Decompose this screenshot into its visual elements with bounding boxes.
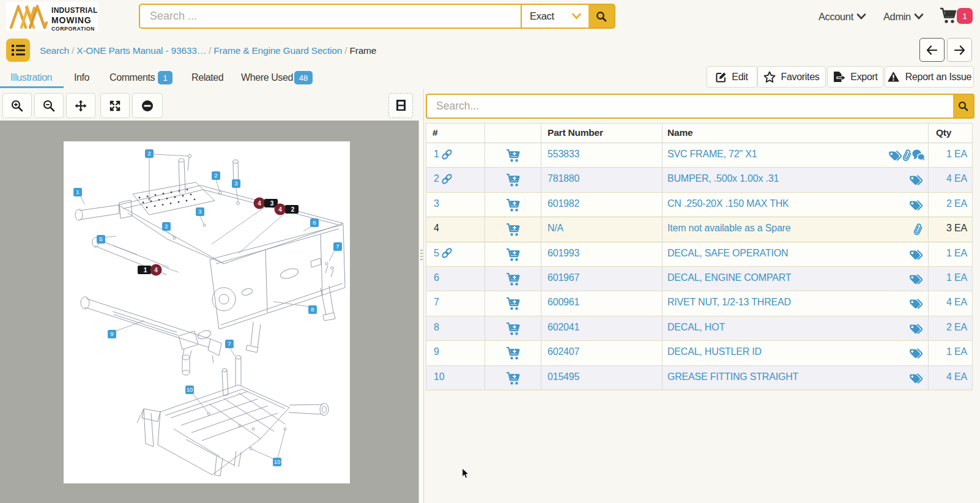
svg-text:6: 6 (313, 219, 316, 226)
svg-text:5: 5 (99, 236, 102, 242)
svg-text:3: 3 (270, 200, 274, 207)
svg-text:9: 9 (110, 330, 113, 337)
svg-text:8: 8 (311, 306, 314, 313)
svg-text:4: 4 (258, 200, 261, 207)
svg-text:1: 1 (76, 188, 79, 195)
svg-text:7: 7 (228, 340, 231, 347)
svg-text:10: 10 (274, 458, 281, 465)
svg-text:4: 4 (154, 267, 158, 274)
svg-text:2: 2 (291, 206, 295, 213)
svg-text:10: 10 (187, 386, 193, 393)
svg-text:2: 2 (165, 223, 168, 229)
svg-text:3: 3 (234, 180, 237, 187)
svg-text:2: 2 (214, 172, 217, 179)
svg-text:2: 2 (147, 150, 150, 157)
svg-text:7: 7 (336, 243, 339, 250)
svg-text:1: 1 (144, 267, 147, 274)
svg-text:3: 3 (198, 208, 201, 215)
svg-text:4: 4 (278, 206, 282, 213)
